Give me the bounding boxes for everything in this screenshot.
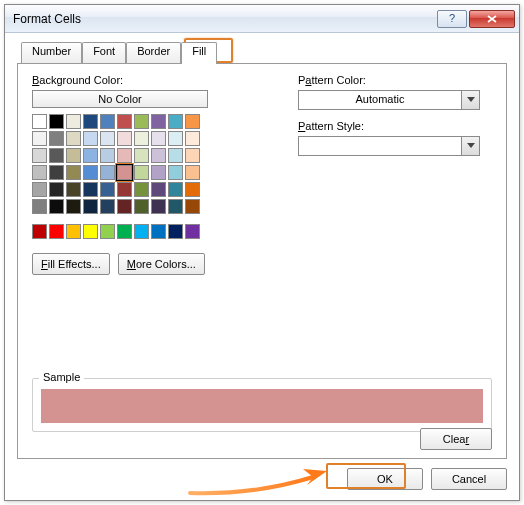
color-swatch[interactable] bbox=[66, 148, 81, 163]
color-swatch[interactable] bbox=[32, 182, 47, 197]
color-swatch[interactable] bbox=[66, 114, 81, 129]
tab-strip: Number Font Border Fill bbox=[21, 41, 507, 63]
tab-number[interactable]: Number bbox=[21, 42, 82, 64]
color-swatch[interactable] bbox=[100, 165, 115, 180]
close-button[interactable] bbox=[469, 10, 515, 28]
clear-button[interactable]: Clear bbox=[420, 428, 492, 450]
color-swatch[interactable] bbox=[185, 148, 200, 163]
color-swatch[interactable] bbox=[151, 131, 166, 146]
color-swatch[interactable] bbox=[151, 148, 166, 163]
color-swatch[interactable] bbox=[66, 165, 81, 180]
ok-button[interactable]: OK bbox=[347, 468, 423, 490]
color-swatch[interactable] bbox=[32, 131, 47, 146]
pattern-style-label: Pattern Style: bbox=[298, 120, 480, 132]
color-swatch[interactable] bbox=[134, 148, 149, 163]
color-swatch[interactable] bbox=[117, 199, 132, 214]
color-swatch[interactable] bbox=[151, 182, 166, 197]
color-swatch[interactable] bbox=[168, 199, 183, 214]
color-swatch[interactable] bbox=[134, 224, 149, 239]
color-swatch[interactable] bbox=[100, 148, 115, 163]
color-swatch[interactable] bbox=[134, 131, 149, 146]
color-swatch[interactable] bbox=[168, 114, 183, 129]
color-swatch[interactable] bbox=[32, 224, 47, 239]
pattern-section: Pattern Color: Automatic Pattern Style: bbox=[298, 74, 480, 156]
color-swatch[interactable] bbox=[100, 224, 115, 239]
color-swatch[interactable] bbox=[83, 148, 98, 163]
color-swatch[interactable] bbox=[32, 165, 47, 180]
no-color-button[interactable]: No Color bbox=[32, 90, 208, 108]
color-swatch[interactable] bbox=[49, 182, 64, 197]
pattern-color-label: Pattern Color: bbox=[298, 74, 480, 86]
color-swatch[interactable] bbox=[49, 148, 64, 163]
color-swatch[interactable] bbox=[117, 182, 132, 197]
fill-effects-button[interactable]: Fill Effects... bbox=[32, 253, 110, 275]
dialog-buttons: OK Cancel bbox=[347, 468, 507, 490]
color-swatch[interactable] bbox=[32, 148, 47, 163]
color-swatch[interactable] bbox=[134, 199, 149, 214]
color-swatch[interactable] bbox=[32, 114, 47, 129]
pattern-style-value bbox=[299, 137, 461, 155]
color-swatch[interactable] bbox=[168, 182, 183, 197]
color-swatch[interactable] bbox=[134, 114, 149, 129]
color-swatch[interactable] bbox=[185, 131, 200, 146]
button-label: Fill Effects... bbox=[41, 258, 101, 270]
pattern-color-dropdown[interactable]: Automatic bbox=[298, 90, 480, 110]
color-swatch[interactable] bbox=[117, 148, 132, 163]
color-swatch[interactable] bbox=[49, 165, 64, 180]
color-swatch[interactable] bbox=[117, 165, 132, 180]
tab-border[interactable]: Border bbox=[126, 42, 181, 64]
color-swatch[interactable] bbox=[66, 224, 81, 239]
color-swatch[interactable] bbox=[151, 165, 166, 180]
color-swatch[interactable] bbox=[168, 224, 183, 239]
tab-font[interactable]: Font bbox=[82, 42, 126, 64]
color-swatch[interactable] bbox=[32, 199, 47, 214]
color-swatch[interactable] bbox=[83, 182, 98, 197]
color-swatch[interactable] bbox=[100, 114, 115, 129]
format-cells-dialog: Format Cells ? Number Font Border Fill B… bbox=[4, 4, 520, 501]
color-swatch[interactable] bbox=[185, 224, 200, 239]
client-area: Number Font Border Fill Background Color… bbox=[5, 33, 519, 500]
color-swatch[interactable] bbox=[134, 182, 149, 197]
color-swatch[interactable] bbox=[134, 165, 149, 180]
color-swatch[interactable] bbox=[117, 224, 132, 239]
tab-fill[interactable]: Fill bbox=[181, 42, 217, 64]
button-label: Clear bbox=[443, 433, 469, 445]
pattern-style-dropdown[interactable] bbox=[298, 136, 480, 156]
color-swatch[interactable] bbox=[66, 131, 81, 146]
color-swatch[interactable] bbox=[100, 199, 115, 214]
color-swatch[interactable] bbox=[83, 199, 98, 214]
color-swatch[interactable] bbox=[49, 224, 64, 239]
color-swatch[interactable] bbox=[83, 131, 98, 146]
color-swatch[interactable] bbox=[100, 182, 115, 197]
sample-group: Sample bbox=[32, 378, 492, 432]
more-colors-button[interactable]: More Colors... bbox=[118, 253, 205, 275]
color-swatch[interactable] bbox=[185, 182, 200, 197]
color-swatch[interactable] bbox=[151, 199, 166, 214]
tab-label: Fill bbox=[192, 45, 206, 57]
color-swatch[interactable] bbox=[168, 165, 183, 180]
color-swatch[interactable] bbox=[168, 148, 183, 163]
sample-label: Sample bbox=[39, 371, 84, 383]
color-swatch[interactable] bbox=[66, 182, 81, 197]
cancel-button[interactable]: Cancel bbox=[431, 468, 507, 490]
color-swatch[interactable] bbox=[83, 165, 98, 180]
color-swatch[interactable] bbox=[49, 199, 64, 214]
color-swatch[interactable] bbox=[83, 224, 98, 239]
color-swatch[interactable] bbox=[49, 131, 64, 146]
button-label: Cancel bbox=[452, 473, 486, 485]
color-swatch[interactable] bbox=[66, 199, 81, 214]
color-swatch[interactable] bbox=[151, 114, 166, 129]
color-swatch[interactable] bbox=[151, 224, 166, 239]
annotation-arrow bbox=[185, 461, 335, 501]
color-swatch[interactable] bbox=[49, 114, 64, 129]
color-swatch[interactable] bbox=[168, 131, 183, 146]
svg-text:?: ? bbox=[449, 14, 455, 24]
color-swatch[interactable] bbox=[185, 114, 200, 129]
color-swatch[interactable] bbox=[117, 131, 132, 146]
color-swatch[interactable] bbox=[117, 114, 132, 129]
color-swatch[interactable] bbox=[100, 131, 115, 146]
help-button[interactable]: ? bbox=[437, 10, 467, 28]
color-swatch[interactable] bbox=[185, 165, 200, 180]
color-swatch[interactable] bbox=[83, 114, 98, 129]
color-swatch[interactable] bbox=[185, 199, 200, 214]
